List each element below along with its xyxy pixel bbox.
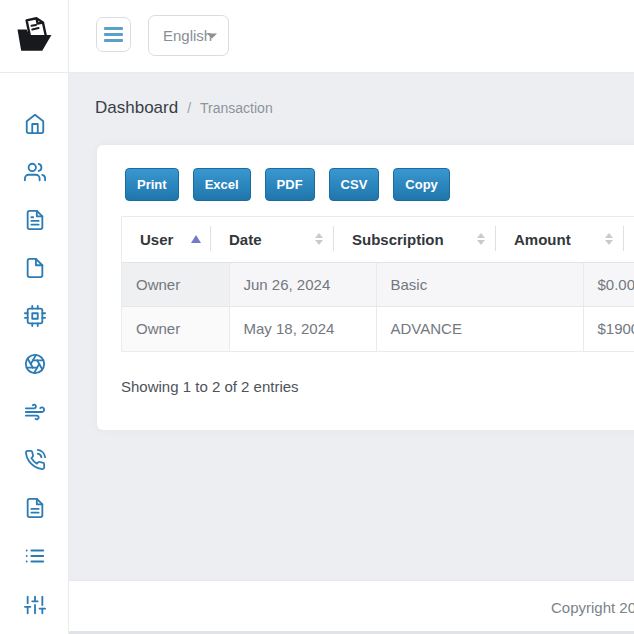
file-text-icon (24, 209, 46, 231)
cell-date: Jun 26, 2024 (229, 263, 376, 307)
table-info-text: Showing 1 to 2 of 2 entries (121, 378, 299, 395)
transaction-card: Print Excel PDF CSV Copy User Date (97, 145, 634, 430)
open-folder-document-logo (12, 14, 56, 58)
sidebar-item-pages[interactable] (23, 256, 47, 280)
language-selector[interactable]: English (148, 15, 229, 56)
table-body: Owner Jun 26, 2024 Basic $0.00 Owner May… (122, 263, 634, 351)
app-logo[interactable] (0, 0, 69, 73)
sort-both-icon (477, 233, 485, 245)
users-icon (24, 161, 46, 183)
breadcrumb-dashboard-link[interactable]: Dashboard (95, 98, 178, 118)
wind-icon (24, 401, 46, 423)
sidebar (0, 73, 69, 634)
column-header-extra (624, 217, 634, 262)
csv-button[interactable]: CSV (329, 168, 380, 201)
home-icon (24, 113, 46, 135)
copyright-text: Copyright 20 (551, 599, 634, 616)
document-icon (24, 497, 46, 519)
sliders-icon (24, 594, 46, 616)
sidebar-item-documents[interactable] (23, 496, 47, 520)
cell-date: May 18, 2024 (229, 307, 376, 351)
copy-button[interactable]: Copy (393, 168, 450, 201)
pdf-button[interactable]: PDF (265, 168, 315, 201)
sidebar-item-list[interactable] (23, 544, 47, 568)
column-header-date[interactable]: Date (211, 217, 334, 262)
aperture-icon (24, 353, 46, 375)
table-row: Owner Jun 26, 2024 Basic $0.00 (122, 263, 634, 307)
column-header-user[interactable]: User (122, 217, 211, 262)
cell-amount: $0.00 (583, 263, 634, 307)
main-content: Dashboard / Transaction Print Excel PDF … (69, 73, 634, 580)
transactions-table: User Date Subscription Amount (121, 216, 634, 352)
sort-both-icon (315, 233, 323, 245)
breadcrumb-current-page: Transaction (200, 100, 273, 116)
sidebar-item-users[interactable] (23, 160, 47, 184)
cell-subscription: Basic (376, 263, 583, 307)
sidebar-item-system[interactable] (23, 304, 47, 328)
sort-both-icon (605, 233, 613, 245)
cpu-icon (24, 305, 46, 327)
breadcrumb: Dashboard / Transaction (95, 98, 273, 118)
column-header-subscription[interactable]: Subscription (334, 217, 496, 262)
sidebar-item-support[interactable] (23, 448, 47, 472)
list-icon (24, 545, 46, 567)
export-button-row: Print Excel PDF CSV Copy (125, 168, 450, 201)
file-icon (24, 257, 46, 279)
chevron-down-icon (207, 33, 217, 38)
cell-subscription: ADVANCE (376, 307, 583, 351)
breadcrumb-separator: / (187, 100, 191, 116)
footer: Copyright 20 (69, 580, 634, 634)
sort-asc-icon (191, 235, 201, 243)
sidebar-item-reports[interactable] (23, 208, 47, 232)
cell-user: Owner (122, 263, 229, 307)
sidebar-item-home[interactable] (23, 112, 47, 136)
excel-button[interactable]: Excel (193, 168, 251, 201)
sidebar-item-settings[interactable] (23, 593, 47, 617)
column-header-amount[interactable]: Amount (496, 217, 624, 262)
print-button[interactable]: Print (125, 168, 179, 201)
table-header: User Date Subscription Amount (122, 217, 634, 263)
hamburger-icon (104, 27, 123, 30)
table-row: Owner May 18, 2024 ADVANCE $1900.00 (122, 307, 634, 351)
sidebar-item-media[interactable] (23, 352, 47, 376)
sidebar-item-integrations[interactable] (23, 400, 47, 424)
sidebar-toggle-button[interactable] (96, 17, 131, 52)
cell-amount: $1900.00 (583, 307, 634, 351)
top-bar: English (69, 0, 634, 73)
language-selected-value: English (149, 27, 212, 44)
phone-call-icon (24, 449, 46, 471)
cell-user: Owner (122, 307, 229, 351)
